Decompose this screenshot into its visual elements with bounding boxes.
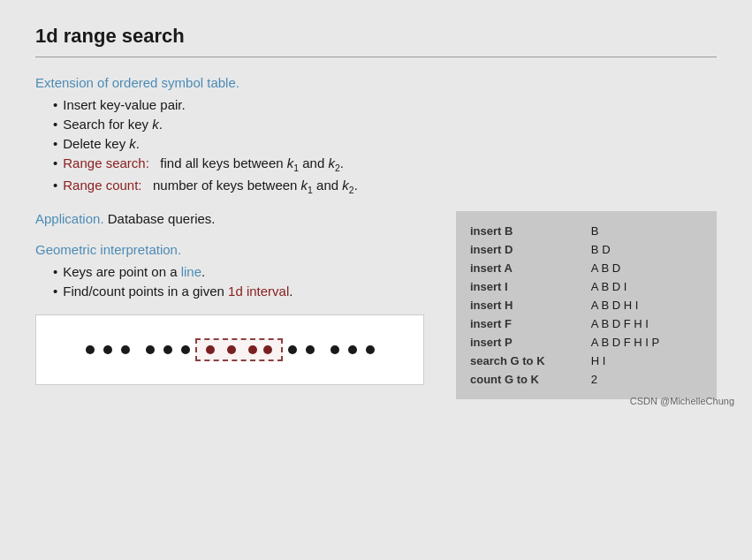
bullet-search-text: Search for key k. — [63, 117, 163, 132]
k1-sub: 1 — [293, 163, 299, 173]
op-cell: insert F — [470, 314, 591, 333]
application-label: Application. — [35, 211, 104, 226]
result-cell: A B D — [591, 259, 703, 277]
k1-sub-2: 1 — [308, 185, 313, 195]
bullet-search: Search for key k. — [53, 117, 717, 132]
bullet-delete-text: Delete key k. — [63, 136, 140, 151]
table-row: insert IA B D I — [470, 277, 703, 296]
dot-5 — [163, 345, 172, 354]
left-column: Application. Database queries. Geometric… — [35, 211, 438, 399]
result-cell: A B D H I — [591, 296, 703, 314]
table-row: search G to KH I — [470, 352, 703, 370]
table-row: insert HA B D H I — [470, 296, 703, 314]
result-cell: B D — [591, 240, 703, 259]
table-row: insert BB — [470, 222, 703, 240]
bullet-range-search: Range search: find all keys between k1 a… — [53, 155, 717, 173]
geo-bullet-1: Keys are point on a line. — [53, 264, 438, 279]
dot-1 — [86, 345, 95, 354]
dot-group-5 — [330, 345, 375, 354]
op-cell: insert H — [470, 296, 591, 314]
bullet-insert: Insert key-value pair. — [53, 97, 717, 112]
result-cell: H I — [591, 352, 703, 370]
geo-bullet-2: Find/count points in a given 1d interval… — [53, 284, 438, 299]
result-cell: A B D F H I P — [591, 333, 703, 352]
bullet-delete: Delete key k. — [53, 136, 717, 151]
table-row: insert DB D — [470, 240, 703, 259]
bullet-range-count: Range count: number of keys between k1 a… — [53, 178, 717, 195]
key-italic: k — [152, 117, 159, 132]
interval-text: 1d interval — [228, 284, 289, 299]
main-bullet-list: Insert key-value pair. Search for key k.… — [53, 97, 717, 195]
op-cell: search G to K — [470, 352, 591, 370]
geo-heading: Geometric interpretation. — [35, 242, 438, 257]
dot-2 — [103, 345, 112, 354]
dot-8 — [306, 345, 315, 354]
page: 1d range search Extension of ordered sym… — [0, 0, 752, 417]
dot-group-1 — [86, 345, 95, 354]
op-cell: insert I — [470, 277, 591, 296]
dot-11 — [366, 345, 375, 354]
line-text: line — [181, 264, 201, 279]
table-row: count G to K2 — [470, 370, 703, 389]
dot-red-3 — [248, 345, 257, 354]
op-cell: insert D — [470, 240, 591, 259]
dot-4 — [146, 345, 155, 354]
result-cell: A B D I — [591, 277, 703, 296]
result-cell: B — [591, 222, 703, 240]
result-cell: 2 — [591, 370, 703, 389]
geo-bullet-list: Keys are point on a line. Find/count poi… — [53, 264, 438, 299]
dot-red-1 — [206, 345, 215, 354]
op-cell: insert B — [470, 222, 591, 240]
geo-bullet-1-text: Keys are point on a line. — [63, 264, 205, 279]
dot-10 — [348, 345, 357, 354]
application-section: Application. Database queries. — [35, 211, 438, 226]
dot-3 — [121, 345, 130, 354]
range-count-label: Range count: — [63, 178, 141, 193]
dot-group-2 — [103, 345, 130, 354]
title-divider — [35, 57, 717, 57]
op-cell: count G to K — [470, 370, 591, 389]
op-cell: insert A — [470, 259, 591, 277]
page-title: 1d range search — [35, 25, 717, 48]
dots-container — [86, 338, 375, 361]
operations-table: insert BBinsert DB Dinsert AA B Dinsert … — [470, 222, 703, 389]
right-panel: insert BBinsert DB Dinsert AA B Dinsert … — [456, 211, 717, 399]
bullet-insert-text: Insert key-value pair. — [63, 97, 185, 112]
op-cell: insert P — [470, 333, 591, 352]
dot-group-4 — [288, 345, 315, 354]
dot-6 — [181, 345, 190, 354]
highlight-range — [195, 338, 283, 361]
k1-italic-2: k — [301, 178, 308, 193]
k2-italic-2: k — [342, 178, 349, 193]
key-italic-2: k — [129, 136, 136, 151]
watermark: CSDN @MichelleChung — [630, 396, 734, 406]
dot-red-4 — [263, 345, 272, 354]
bullet-range-count-text: Range count: number of keys between k1 a… — [63, 178, 358, 195]
bullet-range-search-text: Range search: find all keys between k1 a… — [63, 155, 344, 173]
dot-red-2 — [227, 345, 236, 354]
dot-7 — [288, 345, 297, 354]
range-search-label: Range search: — [63, 155, 149, 170]
dot-9 — [330, 345, 339, 354]
table-row: insert PA B D F H I P — [470, 333, 703, 352]
dot-group-3 — [146, 345, 190, 354]
k2-italic: k — [328, 155, 335, 170]
application-text: Application. Database queries. — [35, 211, 438, 226]
k2-sub-2: 2 — [349, 185, 354, 195]
result-cell: A B D F H I — [591, 314, 703, 333]
table-row: insert FA B D F H I — [470, 314, 703, 333]
application-description: Database queries. — [108, 211, 216, 226]
table-row: insert AA B D — [470, 259, 703, 277]
geometric-section: Geometric interpretation. Keys are point… — [35, 242, 438, 385]
main-content: Application. Database queries. Geometric… — [35, 211, 717, 399]
geo-bullet-2-text: Find/count points in a given 1d interval… — [63, 284, 292, 299]
line-diagram — [35, 314, 424, 385]
extension-heading: Extension of ordered symbol table. — [35, 75, 717, 90]
k2-sub: 2 — [335, 163, 340, 173]
